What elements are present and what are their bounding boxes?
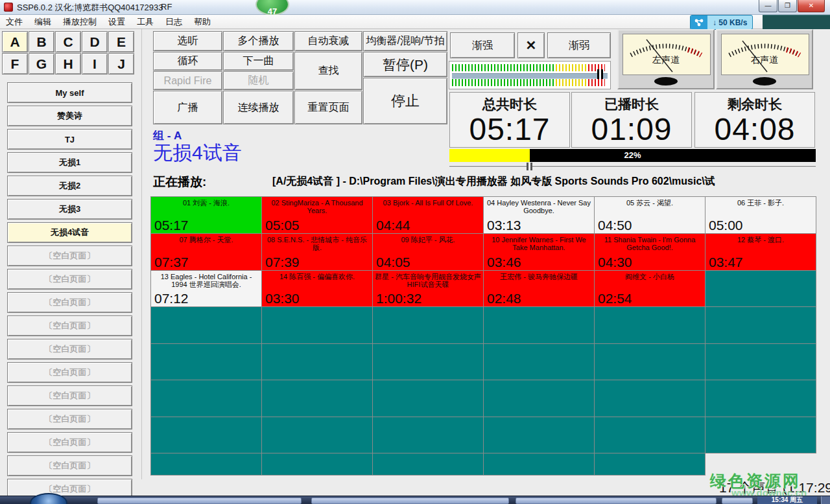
seek-track[interactable] <box>449 166 816 168</box>
empty-cell[interactable] <box>706 271 816 307</box>
bank-key-a[interactable]: A <box>2 31 28 52</box>
continuous-play-button[interactable]: 连续播放 <box>223 91 294 124</box>
song-cell-10[interactable]: 10 Jennifer Warnes - First We Take Manha… <box>484 234 595 271</box>
empty-cell[interactable] <box>373 453 484 475</box>
page-button-tj[interactable]: TJ <box>7 129 132 150</box>
page-button-blank[interactable]: 〔空白页面〕 <box>7 455 132 476</box>
taskbar-clock[interactable]: 15:34 周五 <box>757 496 817 504</box>
page-button-lossless3[interactable]: 无损3 <box>7 199 132 220</box>
menu-file[interactable]: 文件 <box>0 16 29 28</box>
bank-key-f[interactable]: F <box>2 53 28 74</box>
page-button-lossless2[interactable]: 无损2 <box>7 176 132 196</box>
empty-cell[interactable] <box>262 417 373 453</box>
song-cell-02[interactable]: 02 StingMariza - A Thousand Years.05:05 <box>262 197 373 234</box>
restore-button[interactable]: ❐ <box>778 0 797 12</box>
empty-cell[interactable] <box>262 307 373 344</box>
song-cell-13[interactable]: 13 Eagles - Hotel California - 1994 世界巡回… <box>151 271 262 307</box>
fade-out-button[interactable]: 渐弱 <box>547 32 611 58</box>
bank-key-c[interactable]: C <box>55 31 81 52</box>
empty-cell[interactable] <box>706 380 816 417</box>
empty-cell[interactable] <box>484 307 595 344</box>
empty-cell[interactable] <box>373 344 484 380</box>
menu-tools[interactable]: 工具 <box>131 16 160 28</box>
auto-fade-button[interactable]: 自动衰减 <box>294 31 362 51</box>
song-cell-03[interactable]: 03 Bjork - All Is Full Of Love.04:44 <box>373 197 484 234</box>
empty-cell[interactable] <box>151 380 262 417</box>
taskbar-window-button[interactable] <box>311 498 509 504</box>
page-button-blank[interactable]: 〔空白页面〕 <box>7 385 132 406</box>
empty-cell[interactable] <box>595 417 706 453</box>
seek-handle[interactable] <box>527 163 532 170</box>
page-button-blank[interactable]: 〔空白页面〕 <box>7 292 132 313</box>
page-button-blank[interactable]: 〔空白页面〕 <box>7 362 132 383</box>
empty-cell[interactable] <box>595 344 706 380</box>
page-button-lossless4-active[interactable]: 无损4试音 <box>7 222 132 243</box>
volume-track[interactable] <box>452 73 608 79</box>
empty-cell[interactable] <box>706 417 816 453</box>
equalizer-reverb-button[interactable]: 均衡器/混响/节拍 <box>363 31 447 51</box>
menu-settings[interactable]: 设置 <box>102 16 131 28</box>
menu-log[interactable]: 日志 <box>160 16 188 28</box>
random-button[interactable]: 随机 <box>223 71 294 90</box>
empty-cell[interactable] <box>484 380 595 417</box>
page-button-blank[interactable]: 〔空白页面〕 <box>7 269 132 290</box>
close-button[interactable]: ✕ <box>798 0 825 12</box>
bank-key-b[interactable]: B <box>29 31 54 52</box>
volume-slider[interactable] <box>449 61 611 89</box>
menu-help[interactable]: 帮助 <box>188 16 217 28</box>
empty-cell[interactable] <box>595 380 706 417</box>
taskbar-window-button[interactable] <box>97 498 302 504</box>
next-track-button[interactable]: 下一曲 <box>223 52 294 71</box>
rapid-fire-button[interactable]: Rapid Fire <box>153 71 222 90</box>
song-cell-07[interactable]: 07 腾格尔 - 天堂.07:37 <box>151 234 262 271</box>
song-cell-12[interactable]: 12 蔡琴 - 渡口.03:47 <box>706 234 816 271</box>
fade-in-button[interactable]: 渐强 <box>450 32 515 58</box>
page-button-blank[interactable]: 〔空白页面〕 <box>7 432 132 453</box>
audition-button[interactable]: 选听 <box>153 31 222 51</box>
pause-button[interactable]: 暂停(P) <box>363 52 447 77</box>
empty-cell[interactable] <box>595 453 706 475</box>
broadcast-button[interactable]: 广播 <box>153 91 222 124</box>
song-cell-16[interactable]: 王宏伟 - 骏马奔驰保边疆02:48 <box>484 271 595 307</box>
page-button-blank[interactable]: 〔空白页面〕 <box>7 339 132 360</box>
empty-cell[interactable] <box>151 417 262 453</box>
empty-cell[interactable] <box>262 453 373 475</box>
empty-cell[interactable] <box>262 380 373 417</box>
empty-cell[interactable] <box>151 307 262 344</box>
empty-cell[interactable] <box>262 344 373 380</box>
stop-button[interactable]: 停止 <box>363 78 447 124</box>
empty-cell[interactable] <box>151 344 262 380</box>
bank-key-e[interactable]: E <box>108 31 134 52</box>
bank-key-d[interactable]: D <box>82 31 108 52</box>
show-desktop-button[interactable] <box>821 496 830 504</box>
empty-cell[interactable] <box>484 344 595 380</box>
empty-cell[interactable] <box>373 380 484 417</box>
page-button-blank[interactable]: 〔空白页面〕 <box>7 315 132 336</box>
taskbar-window-button[interactable] <box>516 498 717 504</box>
song-cell-17[interactable]: 阎维文 - 小白杨02:54 <box>595 271 706 307</box>
page-button-myself[interactable]: My self <box>7 82 132 103</box>
empty-cell[interactable] <box>706 344 816 380</box>
empty-cell[interactable] <box>595 307 706 344</box>
bank-key-g[interactable]: G <box>29 53 54 74</box>
empty-cell[interactable] <box>706 307 816 344</box>
song-cell-15[interactable]: 群星 - 汽车音响专用靓音发烧女声HIFI试音天碟1:00:32 <box>373 271 484 307</box>
song-cell-08[interactable]: 08 S.E.N.S. - 悲情城市 - 纯音乐版.07:39 <box>262 234 373 271</box>
page-button-blank[interactable]: 〔空白页面〕 <box>7 409 132 430</box>
bank-key-i[interactable]: I <box>82 53 108 74</box>
song-cell-09[interactable]: 09 陈妃平 - 风花.04:05 <box>373 234 484 271</box>
song-cell-05[interactable]: 05 苏云 - 渴望.04:50 <box>595 197 706 234</box>
song-cell-01-playing[interactable]: 01 刘蕓 - 海浪.05:17 <box>151 197 262 234</box>
minimize-button[interactable]: — <box>759 0 777 12</box>
multi-play-button[interactable]: 多个播放 <box>223 31 294 51</box>
song-cell-06[interactable]: 06 王菲 - 影子.05:00 <box>706 197 816 234</box>
empty-cell[interactable] <box>373 307 484 344</box>
song-cell-11[interactable]: 11 Shania Twain - I'm Gonna Getcha Good!… <box>595 234 706 271</box>
menu-playback-control[interactable]: 播放控制 <box>57 16 102 28</box>
seek-slider[interactable] <box>449 164 816 169</box>
empty-cell[interactable] <box>484 417 595 453</box>
menu-edit[interactable]: 编辑 <box>29 16 57 28</box>
page-button-lossless1[interactable]: 无损1 <box>7 152 132 173</box>
taskbar-window-button[interactable] <box>722 498 753 504</box>
find-button[interactable]: 查找 <box>294 52 362 90</box>
